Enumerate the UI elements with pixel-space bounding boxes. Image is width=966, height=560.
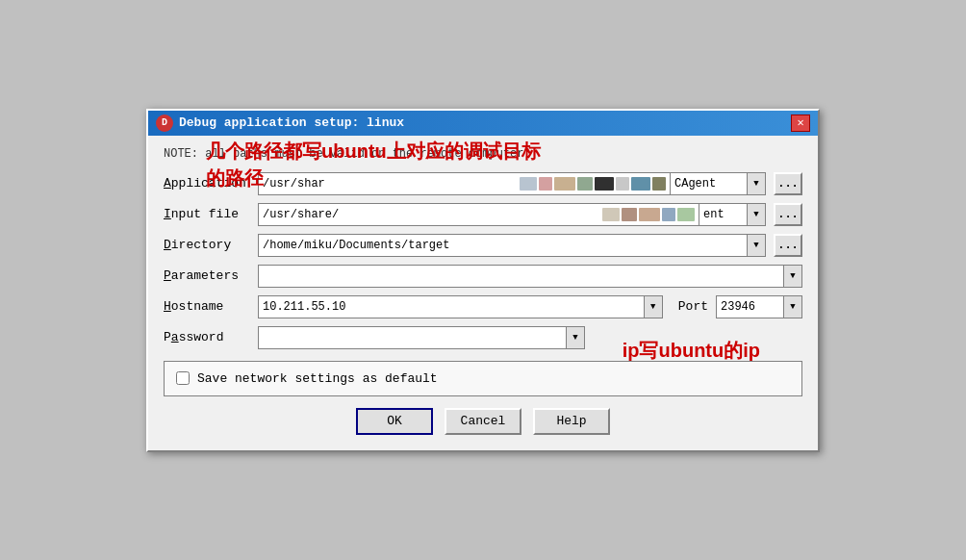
inputfile-dropdown[interactable]: ▼ xyxy=(747,203,766,226)
dialog-body: NOTE: all paths must be valid on the rem… xyxy=(148,136,818,450)
blur-block xyxy=(639,208,660,221)
save-settings-row: Save network settings as default xyxy=(176,371,790,386)
password-row: Password ▼ xyxy=(164,326,802,349)
blur-block xyxy=(631,177,650,191)
password-input-wrap: ▼ xyxy=(258,326,585,349)
parameters-input-wrap: ▼ xyxy=(258,265,802,288)
blur-block xyxy=(602,208,620,221)
inputfile-input-wrap: ▼ xyxy=(258,203,766,226)
dialog-window: D Debug application setup: linux ✕ 几个路径都… xyxy=(146,109,820,452)
cancel-button[interactable]: Cancel xyxy=(445,408,521,435)
port-input[interactable] xyxy=(716,295,783,318)
blur-block xyxy=(554,177,575,191)
directory-label: Directory xyxy=(164,238,250,252)
port-input-wrap: ▼ xyxy=(716,295,802,318)
port-label: Port xyxy=(678,299,708,314)
checkbox-area: Save network settings as default xyxy=(164,361,802,396)
parameters-label: Parameters xyxy=(164,268,250,283)
inputfile-row: Input file ▼ ... xyxy=(164,203,802,226)
close-button[interactable]: ✕ xyxy=(791,115,810,132)
application-row: Application ▼ ... xyxy=(164,172,802,195)
title-bar-left: D Debug application setup: linux xyxy=(156,115,404,132)
blur-block xyxy=(677,208,695,221)
blur-block xyxy=(652,177,666,191)
directory-browse-button[interactable]: ... xyxy=(774,234,802,257)
inputfile-label: Input file xyxy=(164,207,250,221)
button-row: OK Cancel Help xyxy=(164,408,802,435)
inputfile-input[interactable] xyxy=(258,203,598,226)
hostname-label: Hostname xyxy=(164,299,250,314)
blur-block xyxy=(622,208,637,221)
hostname-input[interactable] xyxy=(258,295,644,318)
blur-block xyxy=(662,208,675,221)
inputfile-suffix-input[interactable] xyxy=(699,203,747,226)
blur-block xyxy=(539,177,552,191)
blur-block xyxy=(616,177,629,191)
application-dropdown[interactable]: ▼ xyxy=(747,172,766,195)
password-input[interactable] xyxy=(258,326,566,349)
inputfile-browse-button[interactable]: ... xyxy=(774,203,802,226)
note-text: NOTE: all paths must be valid on the rem… xyxy=(164,147,802,161)
port-dropdown[interactable]: ▼ xyxy=(783,295,802,318)
blur-block xyxy=(595,177,614,191)
application-suffix-input[interactable] xyxy=(670,172,747,195)
hostname-dropdown[interactable]: ▼ xyxy=(644,295,663,318)
password-dropdown[interactable]: ▼ xyxy=(566,326,585,349)
application-browse-button[interactable]: ... xyxy=(774,172,802,195)
directory-row: Directory ▼ ... xyxy=(164,234,802,257)
application-label: Application xyxy=(164,176,250,191)
parameters-dropdown[interactable]: ▼ xyxy=(783,265,802,288)
title-bar: D Debug application setup: linux ✕ xyxy=(148,111,818,136)
save-settings-checkbox[interactable] xyxy=(176,371,190,385)
app-icon: D xyxy=(156,115,173,132)
save-settings-label: Save network settings as default xyxy=(197,371,438,386)
application-input-wrap: ▼ xyxy=(258,172,766,195)
help-button[interactable]: Help xyxy=(533,408,610,435)
directory-dropdown[interactable]: ▼ xyxy=(747,234,766,257)
blur-block xyxy=(577,177,593,191)
hostname-input-wrap: ▼ xyxy=(258,295,663,318)
directory-input-wrap: ▼ xyxy=(258,234,766,257)
hostname-row: Hostname ▼ Port ▼ xyxy=(164,295,802,318)
parameters-row: Parameters ▼ xyxy=(164,265,802,288)
ok-button[interactable]: OK xyxy=(356,408,433,435)
application-input[interactable] xyxy=(258,172,516,195)
parameters-input[interactable] xyxy=(258,265,783,288)
blur-block xyxy=(520,177,537,191)
directory-input[interactable] xyxy=(258,234,747,257)
dialog-title: Debug application setup: linux xyxy=(179,115,404,130)
password-label: Password xyxy=(164,330,250,344)
